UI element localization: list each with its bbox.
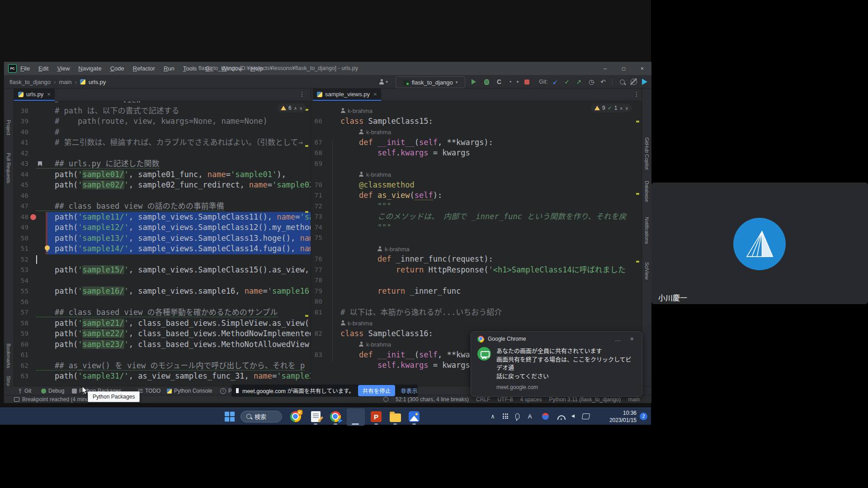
close-icon[interactable]: × [373,91,377,98]
hide-button[interactable]: 非表示 [399,385,420,396]
line-number[interactable] [311,318,322,328]
history-button[interactable]: ◷ [587,76,595,87]
stop-button[interactable] [523,76,530,87]
line-number[interactable]: 60 [14,339,28,350]
line-number[interactable] [311,360,322,371]
line-number[interactable]: 45 [14,180,28,191]
menu-navigate[interactable]: Navigate [78,65,101,72]
plugin-button[interactable] [641,76,649,87]
status-item[interactable]: Python 3.11 (flask_to_django) [549,396,621,403]
line-number[interactable]: 80 [311,296,322,307]
notification-badge[interactable]: 2 [640,413,647,420]
line-number[interactable]: 44 [14,169,28,180]
tab-sample-views-py[interactable]: sample_views.py × [313,89,381,101]
taskbar-clock[interactable]: 10:36 2023/01/15 [609,409,637,424]
coverage-button[interactable]: C [495,76,503,87]
stripe-bookmarks[interactable]: Bookmarks [6,343,11,368]
popup-message[interactable]: あなたの画面が全員に共有されています 画面共有を終了する場合は、ここをクリックし… [496,347,636,380]
right-tool-stripe[interactable]: GitHub CopilotDatabaseNotificationsSciVi… [642,89,651,386]
stripe-pull-requests[interactable]: Pull Requests [6,153,11,183]
breadcrumb-item[interactable]: flask_to_django [9,79,51,85]
line-number[interactable] [311,105,322,116]
inspection-widget-left[interactable]: 6 ∧ ∨ [277,103,306,113]
taskbar-app-powerpoint[interactable]: P [370,410,382,423]
line-number[interactable]: 75 [311,233,322,244]
line-number[interactable]: 83 [311,350,322,361]
line-number[interactable]: 54 [14,276,28,286]
tray-ime-icon[interactable]: A [525,412,534,421]
line-number[interactable]: 76 [311,254,322,265]
menu-run[interactable]: Run [164,65,175,72]
line-number[interactable]: 67 [311,137,322,148]
line-number[interactable]: 55 [14,286,28,297]
stripe-project[interactable]: Project [6,120,11,135]
debug-button[interactable] [482,76,491,87]
line-number[interactable]: 53 [14,265,28,276]
line-number[interactable]: 79 [311,286,322,297]
line-number[interactable]: 77 [311,265,322,276]
run-configuration-select[interactable]: flask_to_django ▾ [396,76,465,88]
line-number[interactable]: 43 [14,159,28,169]
line-number[interactable]: 69 [311,159,322,169]
tab-urls-py[interactable]: urls.py × [14,89,55,101]
line-number[interactable]: 51 [14,244,28,254]
taskbar-app-chrome-sharing[interactable] [329,410,342,423]
left-tab-options-icon[interactable]: ⋮ [299,90,305,98]
popup-close-icon[interactable]: × [627,335,637,343]
line-number[interactable]: 63 [14,371,28,382]
tray-pen-icon[interactable] [581,412,590,421]
menu-file[interactable]: File [20,65,30,72]
run-button[interactable] [470,76,478,87]
inspection-widget-right[interactable]: 9 ✓ 1 ∧ ∨ [591,103,632,113]
run-more-chevron[interactable]: ▾ [515,76,520,87]
stripe-sciview[interactable]: SciView [644,262,650,280]
prev-problem-icon[interactable]: ∧ [619,106,623,111]
line-number[interactable]: 41 [14,137,28,148]
git-commit-button[interactable]: ✓ [563,76,571,87]
breadcrumb-item[interactable]: urls.py [89,79,106,85]
line-number[interactable]: 71 [311,190,322,201]
line-number[interactable]: 72 [311,201,322,212]
start-button[interactable] [225,408,235,425]
line-number[interactable]: 58 [14,318,28,329]
line-number[interactable]: 68 [311,148,322,159]
breadcrumb-item[interactable]: main [59,79,71,85]
close-button[interactable]: × [633,62,651,75]
line-number[interactable]: 48 [14,212,28,223]
line-number[interactable]: 39 [14,116,28,127]
line-number[interactable]: 52 [14,254,28,265]
menu-refactor[interactable]: Refactor [133,65,155,72]
line-number[interactable]: 74 [311,222,322,233]
right-tab-options-icon[interactable]: ⋮ [633,90,640,98]
tool-window-button-git[interactable]: Git [17,387,31,395]
line-number[interactable]: 70 [311,180,322,191]
line-number[interactable]: 81 [311,307,322,318]
line-number[interactable]: 38 [14,106,28,117]
menu-tools[interactable]: Tools [183,65,197,72]
line-number[interactable]: 47 [14,201,28,212]
menu-view[interactable]: View [57,65,70,72]
status-item[interactable]: UTF-8 [497,396,513,403]
taskbar-app-chrome[interactable]: K [289,410,302,423]
tray-ball-icon[interactable] [541,412,550,421]
stripe-github-copilot[interactable]: GitHub Copilot [644,137,650,170]
close-icon[interactable]: × [47,91,51,98]
stripe-database[interactable]: Database [644,181,650,202]
line-number[interactable] [14,101,28,106]
line-number[interactable]: 50 [14,233,28,244]
taskbar-app-notepad[interactable] [309,410,322,423]
status-item[interactable]: CRLF [476,396,490,403]
menu-edit[interactable]: Edit [38,65,48,72]
stop-sharing-button[interactable]: 共有を停止 [358,385,396,396]
line-number[interactable] [311,244,322,254]
line-number[interactable] [311,169,322,180]
stripe-notifications[interactable]: Notifications [644,217,650,244]
tray-volume-icon[interactable] [569,412,578,421]
taskbar-app-pycharm[interactable]: PC [349,410,362,423]
status-right-widgets[interactable]: 52:1 (300 chars, 4 line breaks)CRLFUTF-8… [383,396,640,403]
line-number[interactable]: 56 [14,297,28,308]
line-number[interactable]: 82 [311,328,322,339]
next-problem-icon[interactable]: ∨ [625,106,628,111]
line-number[interactable]: 73 [311,211,322,222]
breadcrumb[interactable]: flask_to_django›main›urls.py [9,75,106,89]
